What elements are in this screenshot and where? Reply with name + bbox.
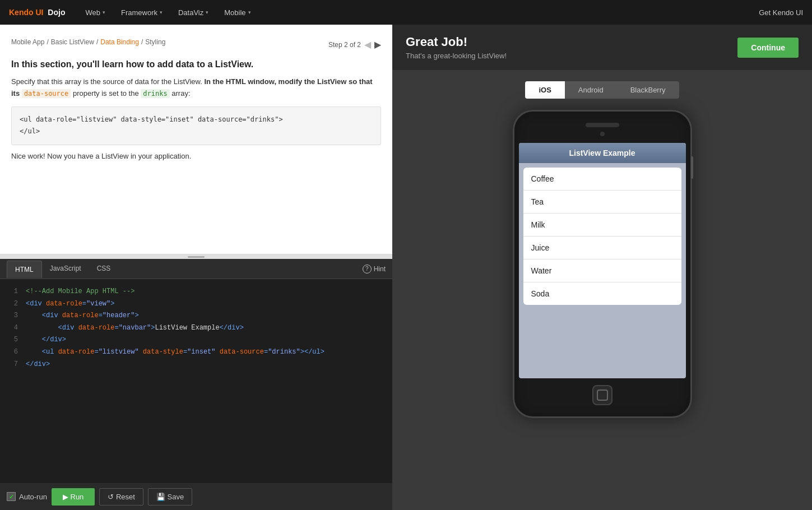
preview-area: iOS Android BlackBerry ListView Example … bbox=[392, 70, 812, 510]
left-panel: Mobile App / Basic ListView / Data Bindi… bbox=[0, 25, 392, 510]
code-tag-data-source: data-source bbox=[22, 89, 71, 98]
listview-title: ListView Example bbox=[519, 143, 686, 163]
reset-button[interactable]: ↺ Reset bbox=[99, 488, 143, 506]
code-line-1: 1 <!--Add Mobile App HTML --> bbox=[0, 286, 392, 298]
nav-item-web[interactable]: Web ▾ bbox=[78, 5, 112, 20]
resize-handle[interactable] bbox=[0, 254, 392, 259]
instruction-body: Specify that this array is the source of… bbox=[11, 76, 381, 100]
instruction-body-1: Specify that this array is the source of… bbox=[11, 77, 202, 86]
chevron-down-icon: ▾ bbox=[103, 10, 105, 15]
list-item: Soda bbox=[523, 282, 681, 305]
code-line-7: 7 </div> bbox=[0, 359, 392, 371]
list-item: Juice bbox=[523, 237, 681, 259]
tab-android[interactable]: Android bbox=[565, 81, 617, 99]
main-container: Mobile App / Basic ListView / Data Bindi… bbox=[0, 25, 812, 510]
tab-css[interactable]: CSS bbox=[89, 260, 119, 278]
nav-item-mobile[interactable]: Mobile ▾ bbox=[217, 5, 257, 20]
phone-camera bbox=[600, 132, 605, 136]
continue-button[interactable]: Continue bbox=[737, 38, 799, 58]
code-line-5: 5 </div> bbox=[0, 334, 392, 346]
brand-dojo: Dojo bbox=[48, 8, 65, 17]
code-line-4: 4 <div data-role="navbar">ListView Examp… bbox=[0, 322, 392, 335]
phone-home-inner bbox=[597, 390, 608, 401]
get-kendo-link[interactable]: Get Kendo UI bbox=[759, 8, 803, 17]
nav-item-framework[interactable]: Framework ▾ bbox=[114, 5, 169, 20]
autorun-text: Auto-run bbox=[19, 493, 47, 501]
chevron-down-icon: ▾ bbox=[248, 10, 251, 15]
breadcrumb-mobile-app[interactable]: Mobile App bbox=[11, 38, 44, 46]
chevron-down-icon: ▾ bbox=[160, 10, 163, 15]
code-line-6: 6 <ul data-role="listview" data-style="i… bbox=[0, 346, 392, 359]
tab-html[interactable]: HTML bbox=[7, 261, 42, 278]
section-title: In this section, you'll learn how to add… bbox=[11, 59, 381, 69]
step-label: Step 2 of 2 bbox=[328, 41, 361, 49]
tab-ios[interactable]: iOS bbox=[525, 81, 564, 99]
list-item: Coffee bbox=[523, 168, 681, 191]
listview-list: Coffee Tea Milk Juice Water Soda bbox=[523, 168, 681, 305]
code-content[interactable]: 1 <!--Add Mobile App HTML --> 2 <div dat… bbox=[0, 279, 392, 483]
save-button[interactable]: 💾 Save bbox=[148, 488, 192, 506]
phone-speaker bbox=[586, 123, 619, 127]
brand-logo[interactable]: Kendo UI Dojo bbox=[9, 8, 65, 17]
prev-step-button[interactable]: ◀ bbox=[364, 40, 371, 49]
next-step-button[interactable]: ▶ bbox=[374, 40, 381, 49]
phone-side-button bbox=[691, 156, 693, 179]
bottom-toolbar: ✓ Auto-run ▶ Run ↺ Reset 💾 Save bbox=[0, 483, 392, 510]
code-editor: HTML JavaScript CSS ? Hint 1 <!--Add Mob… bbox=[0, 259, 392, 483]
list-item: Milk bbox=[523, 214, 681, 237]
step-nav: Step 2 of 2 ◀ ▶ bbox=[328, 40, 381, 49]
autorun-label: ✓ Auto-run bbox=[7, 492, 47, 501]
chevron-down-icon: ▾ bbox=[206, 10, 208, 15]
breadcrumb-basic-listview[interactable]: Basic ListView bbox=[51, 38, 94, 46]
hint-icon: ? bbox=[363, 265, 372, 273]
phone-screen: ListView Example Coffee Tea Milk Juice W… bbox=[519, 143, 686, 378]
nav-item-dataviz[interactable]: DataViz ▾ bbox=[171, 5, 215, 20]
great-job-subtitle: That's a great-looking ListView! bbox=[406, 52, 507, 60]
code-line-2: 2 <div data-role="view"> bbox=[0, 298, 392, 310]
right-panel: Great Job! That's a great-looking ListVi… bbox=[392, 25, 812, 510]
code-tag-drinks: drinks bbox=[141, 89, 169, 98]
instruction-area: Mobile App / Basic ListView / Data Bindi… bbox=[0, 25, 392, 254]
hint-label: Hint bbox=[374, 265, 386, 273]
run-button[interactable]: ▶ Run bbox=[52, 488, 95, 506]
list-item: Tea bbox=[523, 191, 681, 214]
instruction-code-block: <ul data-role="listview" data-style="ins… bbox=[11, 106, 381, 145]
success-text: Nice work! Now you have a ListView in yo… bbox=[11, 152, 381, 160]
instruction-body-4: array: bbox=[171, 89, 190, 98]
top-navigation: Kendo UI Dojo Web ▾ Framework ▾ DataViz … bbox=[0, 0, 812, 25]
breadcrumb-data-binding: Data Binding bbox=[100, 38, 139, 46]
breadcrumb-styling[interactable]: Styling bbox=[145, 38, 165, 46]
nav-items: Web ▾ Framework ▾ DataViz ▾ Mobile ▾ bbox=[78, 5, 759, 20]
tab-javascript[interactable]: JavaScript bbox=[42, 260, 89, 278]
tab-blackberry[interactable]: BlackBerry bbox=[617, 81, 679, 99]
phone-home-button[interactable] bbox=[592, 385, 613, 405]
phone-screen-footer bbox=[519, 309, 686, 343]
breadcrumb-row: Mobile App / Basic ListView / Data Bindi… bbox=[11, 38, 381, 52]
great-job-title: Great Job! bbox=[406, 35, 507, 49]
brand-kendo: Kendo UI bbox=[9, 8, 43, 17]
right-header: Great Job! That's a great-looking ListVi… bbox=[392, 25, 812, 70]
autorun-checkbox[interactable]: ✓ bbox=[7, 492, 16, 501]
brand-ui bbox=[43, 8, 45, 17]
device-tabs: iOS Android BlackBerry bbox=[525, 81, 679, 99]
hint-button[interactable]: ? Hint bbox=[363, 265, 386, 273]
editor-tabs: HTML JavaScript CSS ? Hint bbox=[0, 259, 392, 279]
phone-mockup: ListView Example Coffee Tea Milk Juice W… bbox=[513, 110, 692, 418]
breadcrumb: Mobile App / Basic ListView / Data Bindi… bbox=[11, 38, 165, 46]
instruction-body-3: property is set to the bbox=[73, 89, 139, 98]
list-item: Water bbox=[523, 259, 681, 282]
right-header-left: Great Job! That's a great-looking ListVi… bbox=[406, 35, 507, 60]
code-line-3: 3 <div data-role="header"> bbox=[0, 310, 392, 322]
